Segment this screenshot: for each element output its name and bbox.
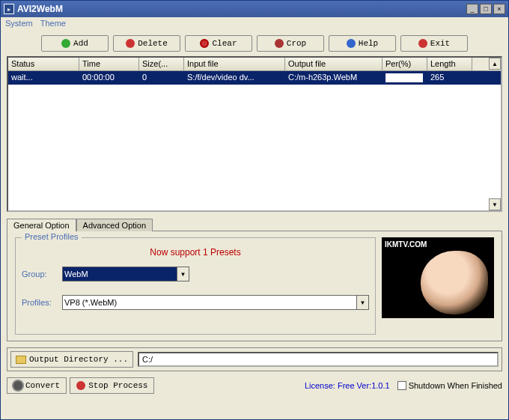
maximize-button[interactable]: □ (480, 4, 492, 14)
cell-time: 00:00:00 (79, 71, 139, 85)
output-path-input[interactable] (138, 352, 499, 367)
delete-icon (126, 39, 135, 48)
shutdown-checkbox[interactable]: Shutdown When Finished (397, 381, 502, 390)
exit-button[interactable]: Exit (400, 35, 468, 52)
output-directory-button[interactable]: Output Directory ... (10, 351, 133, 368)
col-per[interactable]: Per(%) (382, 58, 427, 70)
group-label: Group: (22, 270, 59, 279)
checkbox-icon (397, 381, 406, 390)
stop-process-button[interactable]: Stop Process (70, 377, 154, 394)
col-output[interactable]: Output file (285, 58, 382, 70)
progress-bar (385, 73, 423, 82)
col-status[interactable]: Status (8, 58, 79, 70)
preset-legend: Preset Profiles (22, 232, 82, 241)
delete-button[interactable]: Delete (113, 35, 180, 52)
group-combo[interactable]: WebM ▼ (62, 267, 189, 281)
gear-icon (13, 381, 22, 390)
folder-icon (16, 356, 26, 364)
menu-theme[interactable]: Theme (40, 19, 66, 31)
tab-advanced[interactable]: Advanced Option (76, 219, 153, 231)
app-icon: ▸ (4, 4, 14, 14)
cell-per (382, 71, 427, 85)
help-icon (347, 39, 356, 48)
add-button[interactable]: Add (41, 35, 109, 52)
chevron-down-icon: ▼ (177, 267, 189, 281)
cell-input: S:/f/dev/video dv... (184, 71, 285, 85)
col-input[interactable]: Input file (184, 58, 285, 70)
titlebar: ▸ AVI2WebM _ □ × (1, 1, 508, 17)
crop-button[interactable]: Crop (257, 35, 324, 52)
footer: Convert Stop Process License: Free Ver:1… (7, 377, 502, 394)
toolbar: Add Delete Clear Crop Help Exit (1, 32, 508, 55)
group-value: WebM (64, 270, 88, 279)
cell-status: wait... (8, 71, 79, 85)
scroll-up-button[interactable]: ▲ (489, 58, 501, 70)
output-row: Output Directory ... (7, 347, 502, 371)
clear-icon (200, 39, 209, 48)
profiles-combo[interactable]: VP8 (*.WebM) ▼ (62, 295, 369, 310)
app-window: ▸ AVI2WebM _ □ × System Theme Add Delete… (0, 0, 509, 420)
convert-button[interactable]: Convert (7, 377, 67, 394)
crop-icon (275, 39, 284, 48)
window-title: AVI2WebM (17, 4, 465, 14)
file-table: Status Time Size(... Input file Output f… (7, 56, 502, 212)
tab-general[interactable]: General Option (7, 219, 76, 231)
stop-icon (76, 381, 85, 390)
preview-watermark: IKMTV.COM (385, 240, 427, 249)
preview-pane: IKMTV.COM (382, 237, 494, 318)
cell-size: 0 (139, 71, 184, 85)
tab-panel-general: Preset Profiles Now support 1 Presets Gr… (7, 231, 502, 341)
col-size[interactable]: Size(... (139, 58, 184, 70)
clear-button[interactable]: Clear (185, 35, 252, 52)
license-text: License: Free Ver:1.0.1 (305, 381, 390, 390)
minimize-button[interactable]: _ (466, 4, 478, 14)
options-tabs: General Option Advanced Option Preset Pr… (7, 218, 502, 341)
preset-message: Now support 1 Presets (22, 244, 369, 267)
col-length[interactable]: Length (427, 58, 472, 70)
cell-output: C:/m-h263p.WebM (285, 71, 382, 85)
preview-image (421, 251, 488, 314)
profiles-label: Profiles: (22, 298, 59, 307)
close-button[interactable]: × (493, 4, 505, 14)
cell-length: 265 (427, 71, 472, 85)
menu-system[interactable]: System (5, 19, 33, 31)
menubar: System Theme (1, 17, 508, 32)
preset-profiles-group: Preset Profiles Now support 1 Presets Gr… (15, 237, 376, 335)
scroll-down-button[interactable]: ▼ (489, 198, 501, 210)
exit-icon (418, 39, 427, 48)
chevron-down-icon: ▼ (356, 296, 368, 309)
add-icon (61, 39, 70, 48)
col-time[interactable]: Time (79, 58, 139, 70)
profiles-value: VP8 (*.WebM) (64, 298, 117, 307)
table-row[interactable]: wait... 00:00:00 0 S:/f/dev/video dv... … (8, 71, 501, 85)
table-header: Status Time Size(... Input file Output f… (8, 58, 501, 71)
help-button[interactable]: Help (329, 35, 396, 52)
